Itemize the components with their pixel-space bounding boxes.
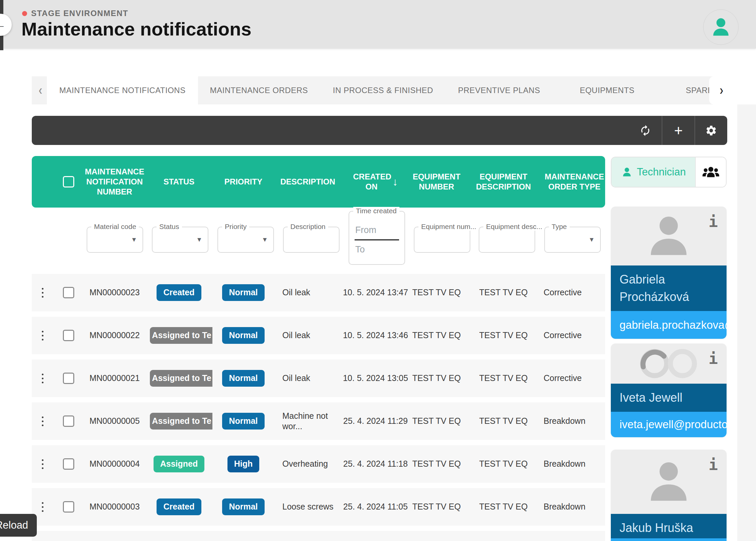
- add-notification-button[interactable]: +: [662, 116, 694, 145]
- info-icon[interactable]: i: [708, 457, 718, 472]
- column-header-status[interactable]: STATUS: [146, 177, 212, 187]
- tab-in-process-finished[interactable]: IN PROCESS & FINISHED: [313, 76, 453, 104]
- filter-material-code[interactable]: Material code ▼: [87, 227, 143, 253]
- kebab-icon: [42, 459, 43, 469]
- column-header-order-type[interactable]: MAINTENANCE ORDER TYPE: [544, 172, 605, 192]
- back-arrow-icon: ←: [0, 19, 6, 30]
- priority-badge: High: [227, 456, 260, 472]
- filter-label: Equipment desc...: [483, 223, 545, 231]
- row-checkbox[interactable]: [63, 415, 74, 427]
- page-title: Maintenance notifications: [21, 18, 252, 40]
- equipment-number-cell: TEST TV EQ: [410, 416, 463, 426]
- filter-time-created[interactable]: Time created From To: [349, 211, 405, 265]
- select-all-checkbox[interactable]: [63, 176, 74, 187]
- sort-desc-icon[interactable]: ↓: [393, 175, 398, 188]
- row-menu-button[interactable]: [32, 502, 54, 512]
- info-icon[interactable]: i: [708, 214, 718, 229]
- toggle-technician-view[interactable]: Technician: [611, 157, 695, 187]
- priority-cell: Normal: [212, 498, 274, 515]
- filter-equipment-description-input[interactable]: Equipment desc...: [479, 227, 535, 253]
- filter-label: Time created: [353, 207, 399, 215]
- column-header-created-on[interactable]: CREATED ON ↓: [341, 172, 410, 192]
- table-row[interactable]: MN00000021 Assigned to Te Normal Oil lea…: [32, 360, 605, 397]
- technician-name: Iveta Jewell: [611, 384, 727, 412]
- row-checkbox[interactable]: [63, 330, 74, 341]
- column-header-equipment-description[interactable]: EQUIPMENT DESCRIPTION: [463, 172, 544, 192]
- column-header-priority[interactable]: PRIORITY: [212, 177, 274, 187]
- notification-number: MN00000005: [84, 416, 146, 426]
- toggle-team-view[interactable]: [695, 157, 726, 187]
- equipment-description-cell: TEST TV EQ: [463, 330, 544, 340]
- table-row[interactable]: MN00000003 Created Normal Loose screws 2…: [32, 488, 605, 526]
- filter-equipment-number-input[interactable]: Equipment num...: [414, 227, 470, 253]
- row-select-cell: [54, 501, 84, 513]
- row-select-cell: [54, 415, 84, 427]
- chevron-down-icon: ▼: [196, 236, 202, 243]
- reload-button[interactable]: Reload: [0, 514, 37, 537]
- priority-cell: Normal: [212, 284, 274, 301]
- status-cell: Assigned to Te: [146, 370, 212, 386]
- row-menu-button[interactable]: [32, 331, 54, 340]
- reload-label: Reload: [0, 519, 28, 531]
- filter-type[interactable]: Type ▼: [544, 227, 601, 253]
- row-menu-button[interactable]: [32, 459, 54, 469]
- time-to-input[interactable]: To: [355, 244, 365, 255]
- filter-priority[interactable]: Priority ▼: [217, 227, 274, 253]
- status-cell: Created: [146, 498, 212, 515]
- tab-label: EQUIPMENTS: [580, 86, 635, 95]
- priority-cell: Normal: [212, 327, 274, 343]
- table-row[interactable]: MN00000005 Assigned to Te Normal Machine…: [32, 402, 605, 440]
- created-on-cell: 25. 4. 2024 11:29: [341, 416, 410, 426]
- filter-label: Description: [288, 223, 328, 231]
- tabs-scroll-right-button[interactable]: ❯: [709, 76, 756, 104]
- column-header-notification-number[interactable]: MAINTENANCE NOTIFICATION NUMBER: [84, 167, 146, 197]
- row-checkbox[interactable]: [63, 287, 74, 298]
- tab-preventive-plans[interactable]: PREVENTIVE PLANS: [439, 76, 559, 104]
- order-type-cell: Breakdown: [544, 416, 605, 426]
- notification-number: MN00000022: [84, 330, 146, 340]
- tab-maintenance-orders[interactable]: MAINTENANCE ORDERS: [192, 76, 326, 104]
- tabs-scroll-left-button[interactable]: ❮: [33, 76, 48, 104]
- filter-status[interactable]: Status ▼: [152, 227, 208, 253]
- priority-cell: Normal: [212, 413, 274, 429]
- tab-label: MAINTENANCE ORDERS: [210, 86, 308, 95]
- table-row[interactable]: MN00000022 Assigned to Te Normal Oil lea…: [32, 317, 605, 354]
- table-row[interactable]: MN00000023 Created Normal Oil leak 10. 5…: [32, 274, 605, 311]
- description-cell: Machine not wor...: [274, 411, 341, 432]
- technician-card[interactable]: i Iveta Jewell iveta.jewell@producto: [611, 343, 727, 437]
- row-checkbox[interactable]: [63, 458, 74, 470]
- assignee-view-toggle: Technician: [611, 157, 727, 187]
- kebab-icon: [42, 416, 43, 426]
- filter-description-input[interactable]: Description: [283, 227, 340, 253]
- column-header-equipment-number[interactable]: EQUIPMENT NUMBER: [410, 172, 463, 192]
- gear-icon: [705, 125, 717, 137]
- people-group-icon: [702, 163, 720, 181]
- chevron-down-icon: ▼: [262, 236, 268, 243]
- row-checkbox[interactable]: [63, 501, 74, 513]
- description-cell: Oil leak: [274, 287, 341, 298]
- column-header-description[interactable]: DESCRIPTION: [274, 177, 341, 187]
- equipment-number-cell: TEST TV EQ: [410, 287, 463, 298]
- table-row[interactable]: MN00000004 Assigned High Overheating 25.…: [32, 445, 605, 483]
- chevron-down-icon: ▼: [588, 236, 595, 243]
- tab-equipments[interactable]: EQUIPMENTS: [557, 76, 657, 104]
- row-select-cell: [54, 458, 84, 470]
- technician-card[interactable]: i Gabriela Procházková gabriela.prochazk…: [611, 207, 727, 339]
- row-menu-button[interactable]: [32, 374, 54, 383]
- technician-card[interactable]: i Jakub Hruška: [611, 450, 727, 541]
- tab-label: PREVENTIVE PLANS: [458, 86, 540, 95]
- row-menu-button[interactable]: [32, 288, 54, 298]
- refresh-button[interactable]: [629, 116, 662, 145]
- person-icon: [621, 166, 633, 178]
- technician-avatar: i: [611, 450, 727, 514]
- info-icon[interactable]: i: [708, 351, 718, 366]
- row-checkbox[interactable]: [63, 373, 74, 384]
- notification-number: MN00000004: [84, 459, 146, 469]
- priority-badge: Normal: [222, 284, 264, 301]
- tab-maintenance-notifications[interactable]: MAINTENANCE NOTIFICATIONS: [47, 76, 198, 104]
- status-badge: Assigned to Te: [150, 413, 212, 429]
- user-profile-button[interactable]: [703, 9, 739, 45]
- time-from-input[interactable]: From: [355, 225, 376, 235]
- settings-button[interactable]: [694, 116, 727, 145]
- row-menu-button[interactable]: [32, 416, 54, 426]
